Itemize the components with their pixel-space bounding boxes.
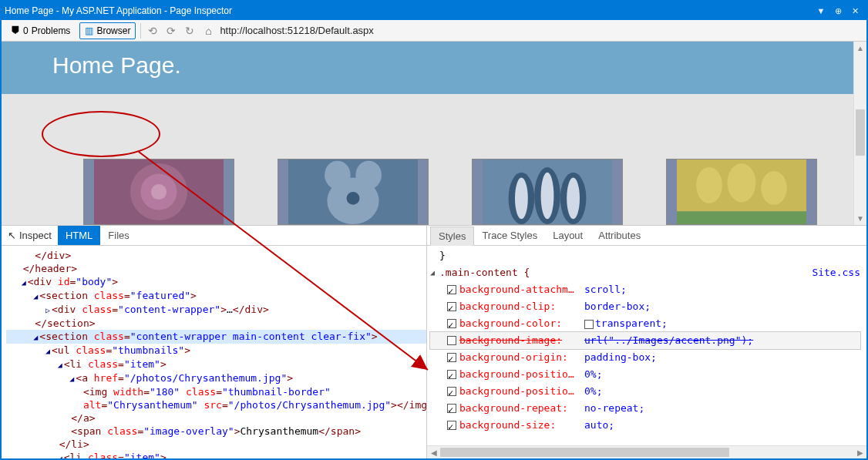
styles-list[interactable]: } ◢ .main-content { Site.css background-…	[427, 246, 866, 445]
css-property-row[interactable]: background-positio…0%;	[430, 383, 860, 400]
property-checkbox[interactable]	[447, 421, 456, 430]
property-name: background-size:	[459, 417, 581, 434]
h-scroll-thumb[interactable]	[440, 448, 729, 457]
cursor-icon: ↖	[8, 230, 16, 241]
code-line[interactable]: <section class="content-wrapper main-con…	[6, 330, 426, 344]
css-property-row[interactable]: background-image:url("../Images/accent.p…	[429, 331, 861, 350]
code-line[interactable]: <li class="item">	[6, 358, 426, 371]
css-property-row[interactable]: background-size:auto;	[430, 417, 860, 434]
property-checkbox[interactable]	[447, 302, 456, 311]
property-checkbox[interactable]	[447, 387, 456, 396]
toolbar: ⛊ 0 Problems ▥ Browser ⟲ ⟳ ↻ ⌂ http://lo…	[2, 20, 866, 42]
tab-html[interactable]: HTML	[58, 226, 100, 245]
code-line[interactable]: <img width="180" class="thumbnail-border…	[6, 385, 426, 398]
code-line[interactable]: <div id="body">	[6, 275, 426, 289]
forward-icon[interactable]: ⟳	[164, 25, 178, 37]
annotation-ellipse	[42, 111, 160, 157]
thumbnail-4[interactable]	[666, 159, 817, 225]
tab-layout[interactable]: Layout	[545, 226, 590, 245]
thumbnail-1[interactable]	[83, 159, 234, 225]
property-checkbox[interactable]	[447, 336, 456, 345]
code-line[interactable]: <a href="/photos/Chrysanthemum.jpg">	[6, 371, 426, 385]
property-name: background-clip:	[459, 298, 581, 315]
css-property-row[interactable]: background-repeat:no-repeat;	[430, 400, 860, 417]
pin-icon[interactable]: ⊕	[829, 6, 846, 16]
css-property-row[interactable]: background-attachm…scroll;	[430, 281, 860, 298]
property-value: url("../Images/accent.png");	[584, 332, 753, 349]
tab-files[interactable]: Files	[100, 226, 136, 245]
css-property-row[interactable]: background-positio…0%;	[430, 366, 860, 383]
svg-point-19	[761, 171, 787, 205]
scroll-right-icon[interactable]: ▶	[853, 448, 866, 457]
property-name: background-color:	[459, 315, 581, 332]
code-line[interactable]: <div class="content-wrapper">…</div>	[6, 303, 426, 317]
svg-point-15	[567, 178, 580, 220]
property-name: background-positio…	[459, 383, 581, 400]
scroll-up-icon[interactable]: ▲	[854, 42, 866, 55]
inspect-button[interactable]: ↖ Inspect	[2, 226, 58, 245]
thumbnail-3[interactable]	[472, 159, 623, 225]
svg-point-18	[728, 163, 756, 202]
property-checkbox[interactable]	[447, 404, 456, 413]
property-name: background-repeat:	[459, 400, 581, 417]
preview-content[interactable]: Home Page.	[2, 42, 853, 225]
svg-point-17	[696, 167, 722, 203]
right-tabs: Styles Trace Styles Layout Attributes	[427, 226, 866, 246]
css-property-row[interactable]: background-origin:padding-box;	[430, 349, 860, 366]
thumbnail-2[interactable]	[278, 159, 429, 225]
code-line[interactable]: <ul class="thumbnails">	[6, 344, 426, 358]
browser-button[interactable]: ▥ Browser	[79, 22, 136, 39]
tab-attributes[interactable]: Attributes	[590, 226, 648, 245]
property-checkbox[interactable]	[447, 285, 456, 294]
close-icon[interactable]: ✕	[846, 6, 863, 16]
scroll-down-icon[interactable]: ▼	[854, 212, 866, 225]
code-line[interactable]: </section>	[6, 317, 426, 330]
property-value: scroll;	[584, 281, 627, 298]
scroll-left-icon[interactable]: ◀	[427, 448, 440, 457]
property-value: auto;	[584, 417, 614, 434]
code-line[interactable]: </li>	[6, 438, 426, 451]
property-value: 0%;	[584, 383, 602, 400]
problems-button[interactable]: ⛊ 0 Problems	[6, 22, 75, 39]
code-tree[interactable]: </div> </header> <div id="body"> <sectio…	[2, 246, 426, 458]
title-bar: Home Page - My ASP.NET Application - Pag…	[2, 2, 866, 20]
home-icon[interactable]: ⌂	[201, 25, 215, 37]
tab-trace-styles[interactable]: Trace Styles	[474, 226, 545, 245]
property-name: background-positio…	[459, 366, 581, 383]
property-checkbox[interactable]	[447, 353, 456, 362]
styles-pane: Styles Trace Styles Layout Attributes } …	[427, 226, 866, 458]
preview-pane: Home Page. ▲ ▼	[2, 42, 866, 225]
collapse-icon[interactable]: ◢	[430, 264, 439, 281]
dropdown-icon[interactable]: ▼	[812, 6, 829, 15]
rule-header[interactable]: ◢ .main-content { Site.css	[430, 264, 860, 281]
preview-scrollbar[interactable]: ▲ ▼	[853, 42, 866, 225]
property-checkbox[interactable]	[447, 370, 456, 379]
code-line[interactable]: </a>	[6, 411, 426, 425]
browser-label: Browser	[96, 25, 130, 36]
rule-brace: }	[430, 247, 860, 264]
inspect-label: Inspect	[19, 230, 52, 241]
back-icon[interactable]: ⟲	[146, 25, 160, 37]
svg-point-7	[355, 161, 382, 190]
scroll-thumb[interactable]	[856, 109, 865, 156]
tab-styles[interactable]: Styles	[430, 227, 474, 246]
refresh-icon[interactable]: ↻	[183, 25, 197, 37]
code-line[interactable]: </header>	[6, 262, 426, 275]
left-tabs: ↖ Inspect HTML Files	[2, 226, 426, 246]
css-property-row[interactable]: background-color:transparent;	[430, 315, 860, 332]
code-line[interactable]: </div>	[6, 249, 426, 262]
url-field[interactable]: http://localhost:51218/Default.aspx	[220, 25, 373, 36]
problems-count: 0	[23, 25, 29, 36]
code-line[interactable]: <li class="item">	[6, 451, 426, 458]
property-checkbox[interactable]	[447, 319, 456, 328]
code-line[interactable]: alt="Chrysanthemum" src="/photos/Chrysan…	[6, 398, 426, 411]
property-value: no-repeat;	[584, 400, 644, 417]
styles-h-scrollbar[interactable]: ◀ ▶	[427, 445, 866, 458]
code-line[interactable]: <section class="featured">	[6, 289, 426, 303]
css-property-row[interactable]: background-clip:border-box;	[430, 298, 860, 315]
browser-icon: ▥	[85, 25, 93, 36]
rule-source[interactable]: Site.css	[812, 264, 860, 281]
check-icon: ⛊	[11, 25, 20, 36]
window-title: Home Page - My ASP.NET Application - Pag…	[5, 5, 812, 16]
code-line[interactable]: <span class="image-overlay">Chrysanthemu…	[6, 425, 426, 438]
